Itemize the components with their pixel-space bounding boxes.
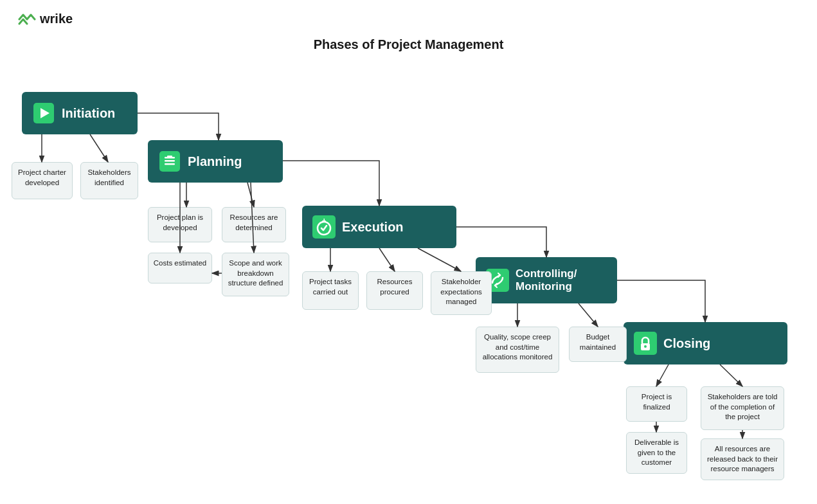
- phase-planning: Planning: [148, 140, 283, 183]
- page-title: Phases of Project Management: [314, 37, 504, 52]
- info-project-finalized: Project is finalized: [626, 386, 687, 422]
- list-icon: [158, 150, 181, 173]
- svg-rect-6: [167, 156, 172, 158]
- phase-initiation: Initiation: [22, 92, 138, 134]
- info-stakeholders-completion: Stakeholders are told of the completion …: [701, 386, 784, 430]
- svg-point-14: [644, 345, 647, 348]
- logo: wrike: [18, 12, 73, 26]
- info-resources-determined: Resources are determined: [222, 207, 286, 242]
- check-timer-icon: [312, 215, 336, 239]
- play-icon: [32, 102, 55, 125]
- info-project-charter: Project charter developed: [12, 162, 73, 199]
- execution-label: Execution: [342, 219, 404, 235]
- phase-closing: Closing: [624, 322, 787, 364]
- phase-controlling: Controlling/Monitoring: [476, 257, 617, 303]
- logo-text: wrike: [40, 12, 73, 26]
- info-quality-monitoring: Quality, scope creep and cost/time alloc…: [476, 327, 559, 373]
- info-stakeholder-expectations: Stakeholder expectations managed: [431, 271, 492, 315]
- info-stakeholders-identified: Stakeholders identified: [80, 162, 138, 199]
- phase-execution: Execution: [302, 206, 456, 248]
- info-resources-released: All resources are released back to their…: [701, 438, 784, 480]
- initiation-label: Initiation: [62, 105, 115, 121]
- planning-label: Planning: [188, 154, 242, 169]
- info-scope-breakdown: Scope and work breakdown structure defin…: [222, 253, 289, 296]
- info-budget: Budget maintained: [569, 327, 627, 362]
- arrows-diagram: [0, 0, 817, 504]
- info-project-tasks: Project tasks carried out: [302, 271, 359, 310]
- svg-rect-5: [165, 163, 175, 165]
- svg-rect-10: [324, 219, 325, 221]
- lock-icon: [634, 332, 657, 355]
- info-costs-estimated: Costs estimated: [148, 253, 212, 284]
- info-deliverable: Deliverable is given to the customer: [626, 432, 687, 474]
- closing-label: Closing: [663, 336, 710, 351]
- svg-rect-4: [165, 160, 175, 162]
- wrike-logo-icon: [18, 12, 36, 26]
- info-resources-procured: Resources procured: [366, 271, 423, 310]
- controlling-label: Controlling/Monitoring: [516, 267, 577, 294]
- info-project-plan: Project plan is developed: [148, 207, 212, 242]
